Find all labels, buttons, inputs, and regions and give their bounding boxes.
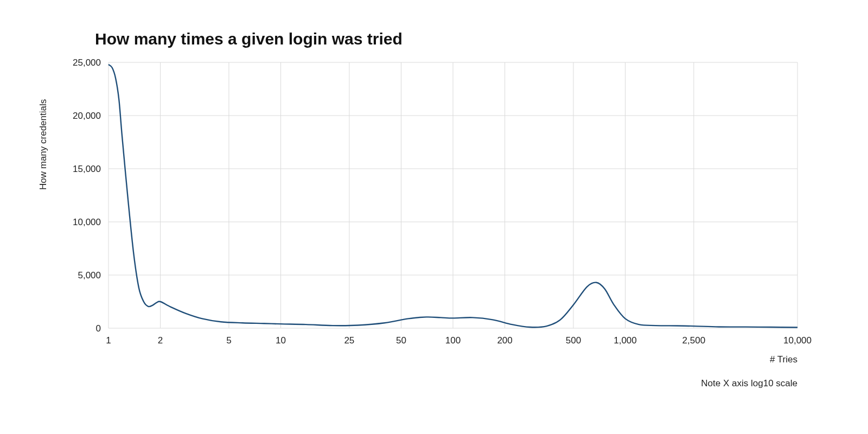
chart-container: How many times a given login was tried H… xyxy=(0,0,868,434)
x-tick-label: 2 xyxy=(158,335,163,346)
x-tick-label: 10,000 xyxy=(783,335,812,346)
y-tick-label: 10,000 xyxy=(73,217,101,227)
y-tick-labels: 05,00010,00015,00020,00025,000 xyxy=(73,58,101,334)
y-tick-label: 0 xyxy=(96,323,101,334)
x-tick-label: 100 xyxy=(445,335,461,346)
x-tick-label: 500 xyxy=(566,335,581,346)
x-tick-labels: 1251025501002005001,0002,50010,000 xyxy=(106,335,812,346)
x-tick-label: 5 xyxy=(226,335,231,346)
x-tick-label: 2,500 xyxy=(682,335,706,346)
x-tick-label: 200 xyxy=(497,335,512,346)
x-tick-label: 1,000 xyxy=(614,335,637,346)
y-tick-label: 5,000 xyxy=(78,270,101,280)
x-tick-label: 10 xyxy=(276,335,286,346)
y-tick-label: 20,000 xyxy=(73,111,101,121)
x-tick-label: 50 xyxy=(396,335,406,346)
y-tick-label: 15,000 xyxy=(73,164,101,174)
x-tick-label: 25 xyxy=(344,335,354,346)
grid xyxy=(108,62,797,328)
x-tick-label: 1 xyxy=(106,335,111,346)
chart-plot: 1251025501002005001,0002,50010,00005,000… xyxy=(0,0,868,434)
y-tick-label: 25,000 xyxy=(73,58,101,68)
